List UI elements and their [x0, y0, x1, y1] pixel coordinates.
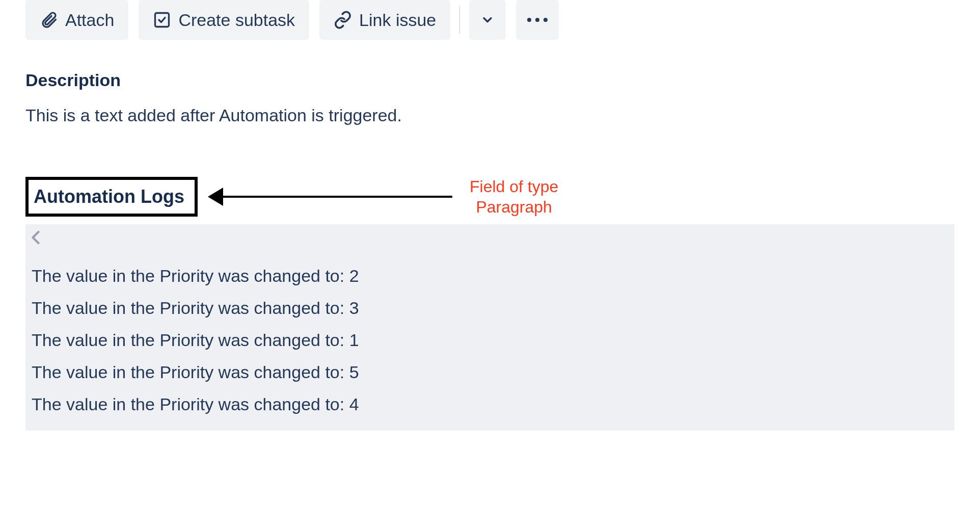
annotation-line-2: Paragraph: [470, 197, 558, 217]
log-line: The value in the Priority was changed to…: [32, 324, 948, 356]
issue-toolbar: Attach Create subtask Link issue: [25, 0, 955, 40]
more-icon: [527, 18, 548, 22]
description-text[interactable]: This is a text added after Automation is…: [25, 105, 955, 125]
automation-logs-panel[interactable]: The value in the Priority was changed to…: [25, 224, 955, 431]
svg-rect-0: [155, 13, 169, 27]
annotation-text: Field of type Paragraph: [470, 176, 558, 217]
subtask-icon: [153, 11, 171, 29]
link-issue-dropdown-button[interactable]: [469, 0, 506, 40]
create-subtask-label: Create subtask: [178, 10, 295, 30]
automation-logs-header: Automation Logs Field of type Paragraph: [25, 176, 955, 217]
more-actions-button[interactable]: [516, 0, 559, 40]
annotation-arrow: [208, 188, 452, 206]
create-subtask-button[interactable]: Create subtask: [139, 0, 309, 40]
attach-label: Attach: [65, 10, 114, 30]
link-icon: [334, 11, 352, 29]
toolbar-divider: [459, 6, 460, 34]
paperclip-icon: [40, 11, 58, 29]
link-issue-button[interactable]: Link issue: [319, 0, 450, 40]
attach-button[interactable]: Attach: [25, 0, 128, 40]
chevron-left-icon: [24, 226, 47, 249]
link-issue-label: Link issue: [359, 10, 436, 30]
automation-logs-heading: Automation Logs: [34, 186, 184, 207]
description-section: Description This is a text added after A…: [25, 70, 955, 125]
log-line: The value in the Priority was changed to…: [32, 292, 948, 324]
log-line: The value in the Priority was changed to…: [32, 260, 948, 292]
log-line: The value in the Priority was changed to…: [32, 388, 948, 420]
automation-logs-title-box: Automation Logs: [25, 177, 198, 217]
annotation-line-1: Field of type: [470, 176, 558, 197]
chevron-down-icon: [480, 13, 495, 27]
description-heading: Description: [25, 70, 955, 90]
log-line: The value in the Priority was changed to…: [32, 356, 948, 388]
